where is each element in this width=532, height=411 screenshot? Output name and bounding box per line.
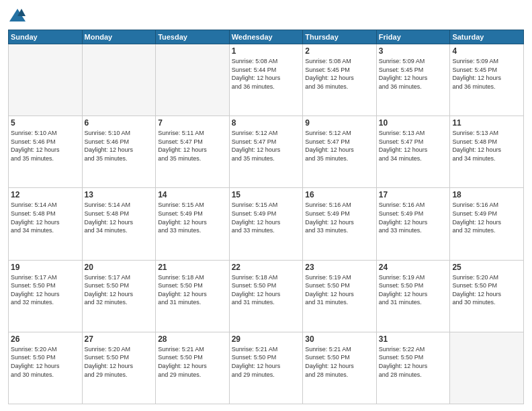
weekday-header: Wednesday: [229, 30, 303, 44]
day-info: Sunrise: 5:09 AM Sunset: 5:45 PM Dayligh…: [379, 57, 448, 91]
day-number: 12: [11, 190, 80, 199]
day-number: 2: [305, 46, 374, 56]
day-info: Sunrise: 5:16 AM Sunset: 5:49 PM Dayligh…: [452, 201, 521, 234]
weekday-header: Friday: [376, 30, 450, 44]
day-number: 7: [158, 118, 227, 128]
day-number: 18: [452, 190, 521, 199]
calendar-cell: 6Sunrise: 5:10 AM Sunset: 5:46 PM Daylig…: [82, 116, 156, 188]
day-info: Sunrise: 5:20 AM Sunset: 5:50 PM Dayligh…: [11, 345, 80, 379]
day-number: 1: [232, 46, 301, 56]
calendar-cell: 22Sunrise: 5:18 AM Sunset: 5:50 PM Dayli…: [229, 260, 303, 332]
calendar-cell: 30Sunrise: 5:21 AM Sunset: 5:50 PM Dayli…: [303, 332, 377, 404]
day-number: 21: [158, 263, 227, 272]
calendar-cell: 25Sunrise: 5:20 AM Sunset: 5:50 PM Dayli…: [450, 260, 524, 332]
calendar-cell: 15Sunrise: 5:15 AM Sunset: 5:49 PM Dayli…: [229, 188, 303, 260]
calendar-cell: 12Sunrise: 5:14 AM Sunset: 5:48 PM Dayli…: [9, 188, 83, 260]
calendar-cell: 8Sunrise: 5:12 AM Sunset: 5:47 PM Daylig…: [229, 116, 303, 188]
calendar-cell: 1Sunrise: 5:08 AM Sunset: 5:44 PM Daylig…: [229, 44, 303, 116]
day-number: 24: [379, 263, 448, 272]
day-number: 14: [158, 190, 227, 199]
day-number: 11: [452, 118, 521, 128]
calendar-cell: 20Sunrise: 5:17 AM Sunset: 5:50 PM Dayli…: [82, 260, 156, 332]
day-number: 13: [85, 190, 154, 199]
day-number: 22: [232, 263, 301, 272]
day-info: Sunrise: 5:18 AM Sunset: 5:50 PM Dayligh…: [232, 273, 301, 307]
day-number: 6: [85, 118, 154, 128]
day-info: Sunrise: 5:15 AM Sunset: 5:49 PM Dayligh…: [158, 201, 227, 234]
calendar-cell: 9Sunrise: 5:12 AM Sunset: 5:47 PM Daylig…: [303, 116, 377, 188]
day-info: Sunrise: 5:15 AM Sunset: 5:49 PM Dayligh…: [232, 201, 301, 234]
day-number: 30: [305, 334, 374, 344]
calendar-cell: 28Sunrise: 5:21 AM Sunset: 5:50 PM Dayli…: [156, 332, 230, 404]
calendar-cell: 3Sunrise: 5:09 AM Sunset: 5:45 PM Daylig…: [376, 44, 450, 116]
weekday-header: Saturday: [450, 30, 524, 44]
calendar-cell: 23Sunrise: 5:19 AM Sunset: 5:50 PM Dayli…: [303, 260, 377, 332]
calendar-cell: 11Sunrise: 5:13 AM Sunset: 5:48 PM Dayli…: [450, 116, 524, 188]
day-info: Sunrise: 5:13 AM Sunset: 5:47 PM Dayligh…: [379, 129, 448, 163]
day-info: Sunrise: 5:13 AM Sunset: 5:48 PM Dayligh…: [452, 129, 521, 163]
day-number: 25: [452, 263, 521, 272]
header: [8, 7, 524, 26]
day-info: Sunrise: 5:22 AM Sunset: 5:50 PM Dayligh…: [379, 345, 448, 379]
day-info: Sunrise: 5:14 AM Sunset: 5:48 PM Dayligh…: [11, 201, 80, 234]
day-info: Sunrise: 5:19 AM Sunset: 5:50 PM Dayligh…: [305, 273, 374, 307]
day-info: Sunrise: 5:10 AM Sunset: 5:46 PM Dayligh…: [85, 129, 154, 163]
day-number: 26: [11, 334, 80, 344]
calendar-cell: [9, 44, 83, 116]
logo: [8, 7, 30, 26]
day-number: 5: [11, 118, 80, 128]
calendar-cell: 29Sunrise: 5:21 AM Sunset: 5:50 PM Dayli…: [229, 332, 303, 404]
calendar-cell: [82, 44, 156, 116]
calendar-cell: [156, 44, 230, 116]
calendar-cell: 7Sunrise: 5:11 AM Sunset: 5:47 PM Daylig…: [156, 116, 230, 188]
day-number: 4: [452, 46, 521, 56]
calendar-cell: 24Sunrise: 5:19 AM Sunset: 5:50 PM Dayli…: [376, 260, 450, 332]
day-number: 29: [232, 334, 301, 344]
day-info: Sunrise: 5:20 AM Sunset: 5:50 PM Dayligh…: [452, 273, 521, 307]
day-info: Sunrise: 5:14 AM Sunset: 5:48 PM Dayligh…: [85, 201, 154, 234]
day-info: Sunrise: 5:17 AM Sunset: 5:50 PM Dayligh…: [85, 273, 154, 307]
day-info: Sunrise: 5:12 AM Sunset: 5:47 PM Dayligh…: [232, 129, 301, 163]
day-info: Sunrise: 5:21 AM Sunset: 5:50 PM Dayligh…: [158, 345, 227, 379]
day-number: 9: [305, 118, 374, 128]
calendar-cell: 31Sunrise: 5:22 AM Sunset: 5:50 PM Dayli…: [376, 332, 450, 404]
day-info: Sunrise: 5:16 AM Sunset: 5:49 PM Dayligh…: [379, 201, 448, 234]
day-info: Sunrise: 5:08 AM Sunset: 5:44 PM Dayligh…: [232, 57, 301, 91]
calendar-cell: 4Sunrise: 5:09 AM Sunset: 5:45 PM Daylig…: [450, 44, 524, 116]
day-number: 8: [232, 118, 301, 128]
calendar-cell: 27Sunrise: 5:20 AM Sunset: 5:50 PM Dayli…: [82, 332, 156, 404]
day-number: 28: [158, 334, 227, 344]
day-info: Sunrise: 5:12 AM Sunset: 5:47 PM Dayligh…: [305, 129, 374, 163]
calendar-cell: 19Sunrise: 5:17 AM Sunset: 5:50 PM Dayli…: [9, 260, 83, 332]
calendar-cell: 13Sunrise: 5:14 AM Sunset: 5:48 PM Dayli…: [82, 188, 156, 260]
day-info: Sunrise: 5:18 AM Sunset: 5:50 PM Dayligh…: [158, 273, 227, 307]
day-info: Sunrise: 5:11 AM Sunset: 5:47 PM Dayligh…: [158, 129, 227, 163]
day-info: Sunrise: 5:17 AM Sunset: 5:50 PM Dayligh…: [11, 273, 80, 307]
day-number: 17: [379, 190, 448, 199]
day-info: Sunrise: 5:08 AM Sunset: 5:45 PM Dayligh…: [305, 57, 374, 91]
day-info: Sunrise: 5:21 AM Sunset: 5:50 PM Dayligh…: [305, 345, 374, 379]
calendar-cell: 18Sunrise: 5:16 AM Sunset: 5:49 PM Dayli…: [450, 188, 524, 260]
calendar-cell: 16Sunrise: 5:16 AM Sunset: 5:49 PM Dayli…: [303, 188, 377, 260]
day-number: 20: [85, 263, 154, 272]
calendar-cell: 14Sunrise: 5:15 AM Sunset: 5:49 PM Dayli…: [156, 188, 230, 260]
calendar-table: SundayMondayTuesdayWednesdayThursdayFrid…: [8, 30, 524, 404]
day-info: Sunrise: 5:10 AM Sunset: 5:46 PM Dayligh…: [11, 129, 80, 163]
page: SundayMondayTuesdayWednesdayThursdayFrid…: [0, 0, 532, 411]
day-number: 23: [305, 263, 374, 272]
calendar-cell: 5Sunrise: 5:10 AM Sunset: 5:46 PM Daylig…: [9, 116, 83, 188]
calendar-cell: 10Sunrise: 5:13 AM Sunset: 5:47 PM Dayli…: [376, 116, 450, 188]
day-number: 16: [305, 190, 374, 199]
calendar-cell: [450, 332, 524, 404]
weekday-header: Tuesday: [156, 30, 230, 44]
day-number: 15: [232, 190, 301, 199]
logo-icon: [8, 7, 27, 26]
calendar-cell: 2Sunrise: 5:08 AM Sunset: 5:45 PM Daylig…: [303, 44, 377, 116]
day-number: 31: [379, 334, 448, 344]
day-info: Sunrise: 5:16 AM Sunset: 5:49 PM Dayligh…: [305, 201, 374, 234]
weekday-header: Monday: [82, 30, 156, 44]
day-info: Sunrise: 5:19 AM Sunset: 5:50 PM Dayligh…: [379, 273, 448, 307]
weekday-header: Thursday: [303, 30, 377, 44]
day-number: 19: [11, 263, 80, 272]
weekday-header: Sunday: [9, 30, 83, 44]
